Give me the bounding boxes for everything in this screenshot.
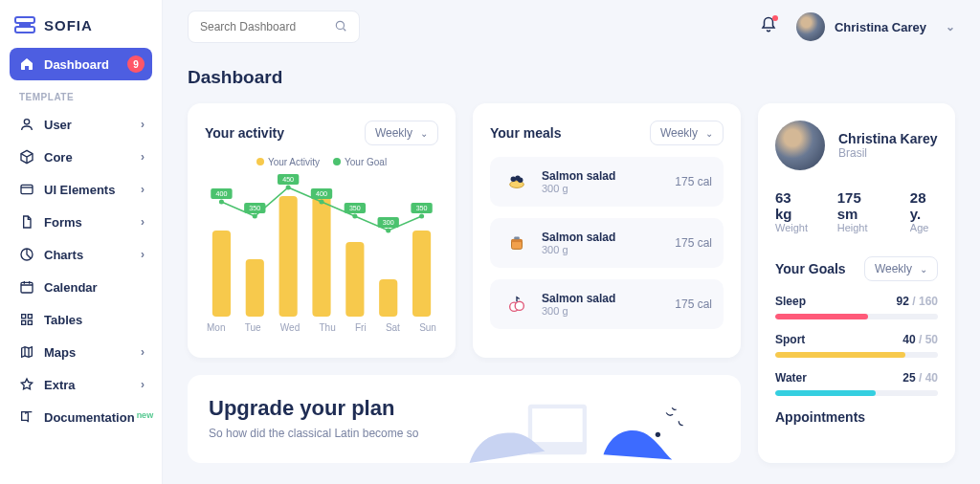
goal-value: 40 bbox=[902, 333, 915, 346]
meal-icon bbox=[501, 289, 532, 319]
search-box[interactable] bbox=[188, 11, 360, 43]
activity-x-axis: MonTueWedThuFriSatSun bbox=[205, 322, 438, 333]
chevron-right-icon: › bbox=[141, 118, 145, 131]
notifications-button[interactable] bbox=[760, 16, 777, 37]
profile-stats: 63 kg Weight 175 sm Height 28 y. Age bbox=[775, 189, 938, 233]
brand-block: SOFIA bbox=[10, 13, 152, 48]
stat-value: 175 sm bbox=[837, 189, 881, 222]
goal-max: / 160 bbox=[912, 295, 938, 308]
svg-text:350: 350 bbox=[249, 205, 260, 211]
brand-logo-icon bbox=[13, 13, 36, 36]
chevron-right-icon: › bbox=[141, 183, 145, 196]
sidebar-item-user[interactable]: User › bbox=[10, 108, 152, 141]
upgrade-illustration bbox=[437, 396, 720, 463]
upgrade-subtitle: So how did the classical Latin become so bbox=[209, 427, 418, 440]
sidebar-item-ui-elements[interactable]: UI Elements › bbox=[10, 173, 152, 206]
sidebar-item-label: Extra bbox=[44, 378, 76, 392]
chevron-down-icon: ⌄ bbox=[705, 128, 713, 139]
svg-text:350: 350 bbox=[349, 205, 361, 211]
username: Christina Carey bbox=[835, 20, 926, 34]
goal-name: Sport bbox=[775, 333, 805, 346]
goals-range-select[interactable]: Weekly ⌄ bbox=[864, 256, 938, 281]
stat-block: 28 y. Age bbox=[910, 189, 938, 233]
chevron-down-icon: ⌄ bbox=[946, 20, 955, 33]
meal-name: Salmon salad bbox=[542, 169, 615, 183]
svg-rect-16 bbox=[345, 242, 364, 317]
sidebar-item-label: Tables bbox=[44, 313, 82, 327]
forms-icon bbox=[19, 214, 34, 230]
svg-point-31 bbox=[352, 214, 357, 219]
sidebar-item-label: UI Elements bbox=[44, 183, 115, 197]
svg-point-41 bbox=[511, 177, 517, 183]
stat-block: 175 sm Height bbox=[837, 189, 881, 233]
goal-value: 25 bbox=[902, 371, 915, 385]
chevron-down-icon: ⌄ bbox=[420, 128, 428, 139]
svg-point-11 bbox=[336, 21, 344, 29]
page-title: Dashboard bbox=[188, 67, 955, 88]
meal-row[interactable]: Salmon salad 300 g 175 cal bbox=[490, 279, 724, 329]
tables-icon bbox=[19, 312, 34, 327]
svg-rect-50 bbox=[533, 408, 584, 442]
user-menu-trigger[interactable]: Christina Carey ⌄ bbox=[796, 12, 955, 41]
sidebar-item-charts[interactable]: Charts › bbox=[10, 238, 152, 271]
meal-amount: 300 g bbox=[542, 244, 615, 255]
sidebar-item-label: Documentationnew bbox=[44, 410, 153, 425]
sidebar-item-label: Core bbox=[44, 150, 73, 165]
svg-rect-9 bbox=[22, 320, 26, 324]
svg-point-43 bbox=[518, 177, 523, 183]
sidebar-item-core[interactable]: Core › bbox=[10, 141, 152, 173]
meal-name: Salmon salad bbox=[542, 231, 615, 244]
meal-amount: 300 g bbox=[542, 183, 615, 194]
meal-calories: 175 cal bbox=[675, 236, 712, 250]
svg-rect-8 bbox=[28, 315, 32, 319]
svg-rect-7 bbox=[22, 315, 26, 319]
sidebar-item-calendar[interactable]: Calendar bbox=[10, 271, 152, 303]
sidebar-badge: 9 bbox=[127, 55, 145, 73]
svg-rect-18 bbox=[412, 231, 431, 317]
upgrade-title: Upgrade your plan bbox=[209, 396, 418, 421]
book-icon bbox=[19, 409, 34, 425]
meals-range-select[interactable]: Weekly ⌄ bbox=[650, 121, 724, 145]
meal-calories: 175 cal bbox=[675, 297, 712, 311]
activity-range-select[interactable]: Weekly ⌄ bbox=[365, 121, 438, 145]
sidebar-item-label: Calendar bbox=[44, 280, 98, 295]
goals-list: Sleep 92 / 160 Sport 40 / 50 Water 25 / … bbox=[775, 295, 938, 396]
svg-text:400: 400 bbox=[316, 190, 327, 197]
svg-rect-12 bbox=[212, 231, 231, 317]
svg-rect-6 bbox=[21, 282, 33, 293]
svg-point-22 bbox=[253, 214, 257, 219]
chevron-right-icon: › bbox=[141, 378, 145, 391]
goal-row: Water 25 / 40 bbox=[775, 371, 938, 396]
profile-location: Brasil bbox=[838, 146, 937, 160]
meal-icon bbox=[501, 166, 532, 197]
meals-title: Your meals bbox=[490, 125, 561, 141]
goal-value: 92 bbox=[897, 295, 909, 308]
search-input[interactable] bbox=[200, 20, 334, 33]
sidebar-item-dashboard[interactable]: Dashboard 9 bbox=[10, 48, 152, 80]
sidebar-item-tables[interactable]: Tables bbox=[10, 303, 152, 336]
meal-row[interactable]: Salmon salad 300 g 175 cal bbox=[490, 218, 724, 268]
activity-title: Your activity bbox=[205, 125, 284, 141]
cube-icon bbox=[19, 149, 34, 165]
sidebar-item-documentation[interactable]: Documentationnew bbox=[10, 401, 152, 433]
svg-rect-17 bbox=[379, 279, 397, 317]
svg-rect-14 bbox=[279, 196, 298, 317]
svg-point-48 bbox=[515, 301, 523, 310]
svg-text:300: 300 bbox=[383, 219, 394, 226]
brand-name: SOFIA bbox=[44, 17, 93, 33]
select-value: Weekly bbox=[660, 126, 698, 140]
stat-label: Weight bbox=[775, 222, 809, 233]
sidebar-item-maps[interactable]: Maps › bbox=[10, 336, 152, 368]
sidebar-item-extra[interactable]: Extra › bbox=[10, 368, 152, 401]
meal-row[interactable]: Salmon salad 300 g 175 cal bbox=[490, 157, 724, 207]
main-content: Dashboard Your activity Weekly ⌄ Your Ac… bbox=[163, 54, 980, 484]
upgrade-banner[interactable]: Upgrade your plan So how did the classic… bbox=[188, 375, 741, 463]
new-badge: new bbox=[137, 410, 154, 420]
sidebar-item-label: Maps bbox=[44, 345, 76, 360]
goal-name: Water bbox=[775, 371, 807, 385]
calendar-icon bbox=[19, 279, 34, 295]
sidebar-item-forms[interactable]: Forms › bbox=[10, 206, 152, 238]
svg-point-25 bbox=[286, 186, 291, 190]
svg-point-51 bbox=[656, 432, 660, 437]
svg-point-34 bbox=[386, 229, 390, 233]
